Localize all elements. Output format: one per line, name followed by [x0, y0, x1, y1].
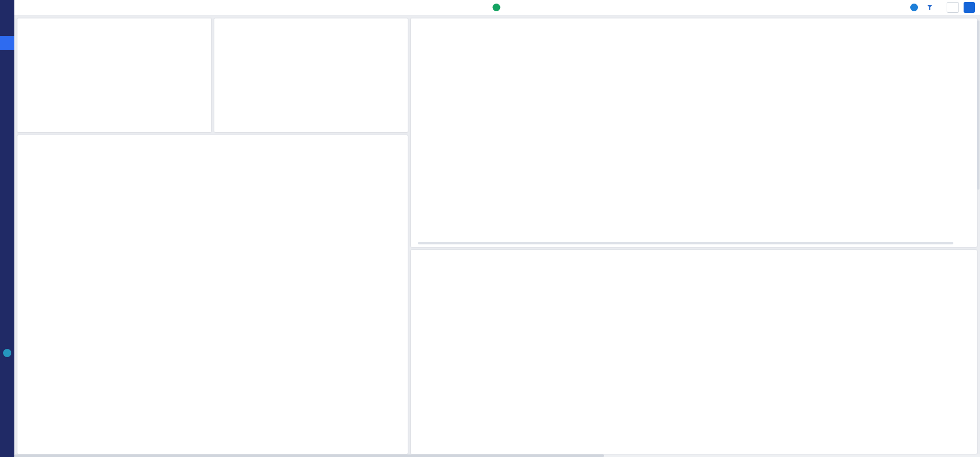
- kpi-row: [17, 18, 408, 132]
- line-chart[interactable]: [24, 142, 402, 441]
- sidebar-item-play[interactable]: [0, 36, 14, 50]
- sidebar-item-workspace[interactable]: [0, 6, 14, 20]
- sidebar-bottom: [0, 344, 14, 357]
- sidebar-item-hierarchy[interactable]: [0, 21, 14, 35]
- sidebar-item-models[interactable]: [0, 80, 14, 95]
- left-column: [17, 18, 408, 454]
- topbar-left: [19, 7, 25, 9]
- sidebar-avatar[interactable]: [3, 349, 11, 357]
- waterfall-chart[interactable]: [417, 25, 971, 241]
- topbar-actions: [910, 2, 975, 13]
- horizontal-scrollbar-thumb[interactable]: [14, 454, 604, 457]
- bar-chart-card: [411, 250, 977, 454]
- sidebar-item-copy[interactable]: [0, 66, 14, 80]
- scenario-manager-button[interactable]: [964, 2, 975, 13]
- kpi-previous-year: [221, 120, 222, 126]
- line-chart-card: [17, 135, 408, 454]
- sidebar-item-presentation[interactable]: [0, 51, 14, 65]
- check-circle-icon[interactable]: [492, 4, 500, 11]
- topbar: [14, 0, 980, 15]
- horizontal-scrollbar: [14, 454, 980, 457]
- chart-button[interactable]: [947, 2, 959, 13]
- kpi-card-revenue: [17, 18, 211, 132]
- right-column: [411, 18, 977, 454]
- waterfall-chart-card: [411, 18, 977, 247]
- bar-chart-legend: [417, 441, 971, 451]
- card-scrollbar: [418, 242, 970, 244]
- sidebar-item-settings[interactable]: [0, 125, 14, 139]
- line-chart-legend: [24, 441, 402, 451]
- user-avatar[interactable]: [910, 4, 918, 11]
- card-scrollbar-thumb[interactable]: [418, 242, 953, 244]
- kpi-card-volume: [214, 18, 408, 132]
- dashboard: [14, 15, 980, 457]
- sidebar-nav: [0, 6, 14, 139]
- vertical-scrollbar[interactable]: [977, 20, 979, 190]
- sidebar: [0, 0, 14, 457]
- filter-icon[interactable]: [927, 5, 932, 10]
- kpi-previous-year: [24, 120, 25, 126]
- bar-chart[interactable]: [417, 257, 971, 441]
- sidebar-item-share[interactable]: [0, 95, 14, 110]
- sidebar-item-table[interactable]: [0, 110, 14, 124]
- save-status: [492, 4, 502, 11]
